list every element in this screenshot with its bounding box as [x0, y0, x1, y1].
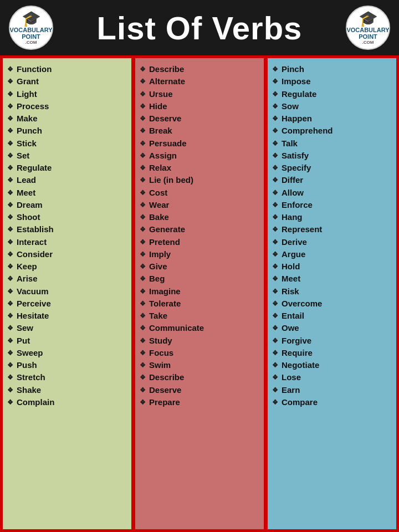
diamond-icon: ❖	[272, 238, 278, 247]
diamond-icon: ❖	[272, 114, 278, 123]
diamond-icon: ❖	[140, 373, 146, 382]
diamond-icon: ❖	[7, 201, 13, 209]
verb-text: Allow	[282, 187, 304, 198]
verb-text: Break	[149, 125, 172, 136]
verb-text: Specify	[282, 162, 311, 173]
diamond-icon: ❖	[140, 213, 146, 222]
verb-text: Overcome	[282, 298, 322, 309]
diamond-icon: ❖	[7, 114, 13, 123]
verb-text: Lie (in bed)	[149, 175, 193, 186]
diamond-icon: ❖	[272, 213, 278, 222]
diamond-icon: ❖	[272, 311, 278, 320]
verb-text: Ursue	[149, 89, 173, 100]
list-item: ❖Put	[7, 335, 127, 346]
list-item: ❖Light	[7, 89, 127, 100]
list-item: ❖Arise	[7, 273, 127, 284]
verb-text: Stretch	[17, 372, 45, 383]
list-item: ❖Swim	[140, 360, 259, 371]
diamond-icon: ❖	[7, 262, 13, 271]
list-item: ❖Earn	[272, 385, 392, 396]
list-item: ❖Complain	[7, 397, 127, 408]
list-item: ❖Focus	[140, 347, 259, 359]
list-item: ❖Lie (in bed)	[140, 175, 259, 186]
diamond-icon: ❖	[140, 361, 146, 370]
list-item: ❖Hesitate	[7, 310, 127, 321]
diamond-icon: ❖	[140, 299, 146, 308]
list-item: ❖Regulate	[272, 89, 392, 100]
diamond-icon: ❖	[272, 349, 278, 357]
column-green: ❖Function❖Grant❖Light❖Process❖Make❖Punch…	[2, 57, 132, 530]
verb-text: Generate	[149, 224, 185, 235]
list-item: ❖Owe	[272, 323, 392, 334]
verb-text: Shoot	[17, 212, 40, 223]
list-item: ❖Pinch	[272, 64, 392, 75]
list-item: ❖Lead	[7, 175, 127, 186]
diamond-icon: ❖	[140, 65, 146, 74]
diamond-icon: ❖	[7, 225, 13, 234]
verb-text: Regulate	[17, 162, 52, 173]
diamond-icon: ❖	[7, 65, 13, 74]
verb-text: Happen	[282, 113, 312, 124]
verb-text: Sow	[282, 101, 299, 112]
verb-text: Risk	[282, 286, 299, 297]
diamond-icon: ❖	[140, 287, 146, 296]
verb-text: Arise	[17, 273, 38, 284]
list-item: ❖Persuade	[140, 138, 259, 149]
list-item: ❖Study	[140, 335, 259, 346]
diamond-icon: ❖	[7, 287, 13, 296]
diamond-icon: ❖	[140, 201, 146, 209]
list-item: ❖Punch	[7, 125, 127, 136]
verb-text: Focus	[149, 347, 173, 359]
diamond-icon: ❖	[7, 102, 13, 111]
list-item: ❖Argue	[272, 249, 392, 260]
diamond-icon: ❖	[7, 176, 13, 185]
verb-text: Process	[17, 101, 49, 112]
list-item: ❖Vacuum	[7, 286, 127, 297]
list-item: ❖Lose	[272, 372, 392, 383]
diamond-icon: ❖	[7, 250, 13, 259]
verb-text: Prepare	[149, 397, 180, 408]
diamond-icon: ❖	[272, 77, 278, 86]
verb-text: Entail	[282, 310, 304, 321]
diamond-icon: ❖	[272, 324, 278, 332]
verb-text: Bake	[149, 212, 169, 223]
diamond-icon: ❖	[7, 349, 13, 357]
verb-text: Require	[282, 347, 313, 359]
list-item: ❖Communicate	[140, 323, 259, 334]
verb-text: Sweep	[17, 347, 43, 359]
verb-text: Comprehend	[282, 125, 333, 136]
verb-text: Beg	[149, 273, 165, 284]
verb-text: Owe	[282, 323, 299, 334]
verb-text: Assign	[149, 150, 177, 161]
verb-text: Describe	[149, 372, 184, 383]
verb-text: Take	[149, 310, 167, 321]
list-item: ❖Deserve	[140, 113, 259, 124]
diamond-icon: ❖	[272, 398, 278, 407]
list-item: ❖Shoot	[7, 212, 127, 223]
diamond-icon: ❖	[272, 188, 278, 197]
verb-text: Argue	[282, 249, 305, 260]
diamond-icon: ❖	[7, 398, 13, 407]
verb-text: Put	[17, 335, 30, 346]
verb-text: Meet	[17, 187, 35, 198]
verb-text: Lose	[282, 372, 301, 383]
page-title: List Of Verbs	[53, 9, 346, 47]
list-item: ❖Sweep	[7, 347, 127, 359]
diamond-icon: ❖	[140, 163, 146, 172]
verb-text: Derive	[282, 237, 307, 248]
diamond-icon: ❖	[7, 238, 13, 247]
diamond-icon: ❖	[140, 250, 146, 259]
list-item: ❖Regulate	[7, 162, 127, 173]
diamond-icon: ❖	[7, 336, 13, 345]
diamond-icon: ❖	[140, 262, 146, 271]
list-item: ❖Assign	[140, 150, 259, 161]
verb-text: Imagine	[149, 286, 181, 297]
verb-text: Establish	[17, 224, 54, 235]
diamond-icon: ❖	[140, 176, 146, 185]
verb-text: Study	[149, 335, 172, 346]
list-item: ❖Stretch	[7, 372, 127, 383]
verb-text: Differ	[282, 175, 303, 186]
list-item: ❖Dream	[7, 200, 127, 211]
verb-text: Describe	[149, 64, 184, 75]
diamond-icon: ❖	[272, 201, 278, 209]
